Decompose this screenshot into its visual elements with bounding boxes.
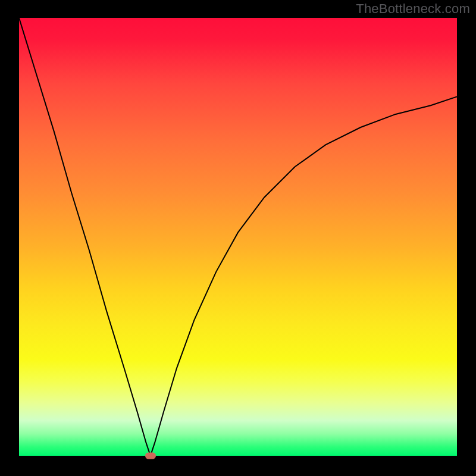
plot-area bbox=[19, 18, 457, 456]
watermark-text: TheBottleneck.com bbox=[356, 1, 470, 17]
optimum-marker bbox=[145, 453, 156, 459]
chart-frame: TheBottleneck.com bbox=[0, 0, 476, 476]
curve-path bbox=[19, 18, 457, 456]
bottleneck-curve bbox=[19, 18, 457, 456]
